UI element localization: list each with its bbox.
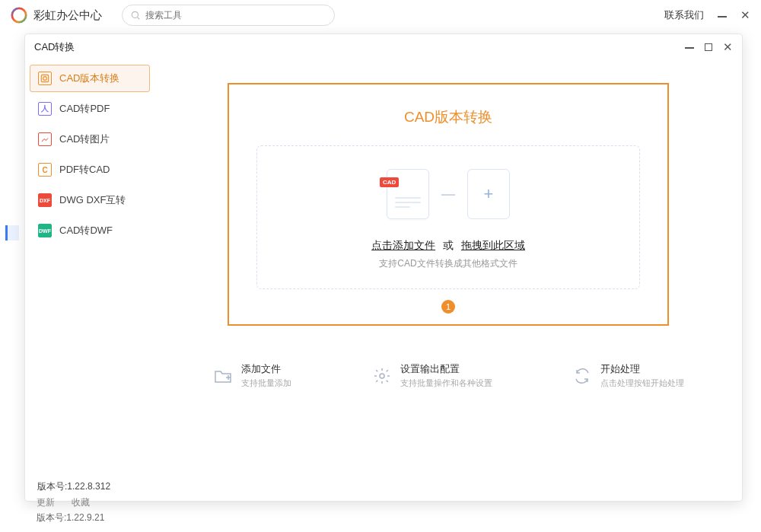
sidebar-item-dwg-dxf[interactable]: DXF DWG DXF互转: [30, 186, 150, 214]
background-selection-mark: [5, 225, 19, 241]
main-content: CAD版本转换 CAD — + 点击添加文件 或 拖拽到此区域: [154, 60, 742, 501]
dwf-icon: DWF: [38, 224, 52, 237]
action-sub: 点击处理按钮开始处理: [600, 377, 684, 389]
svg-line-2: [138, 18, 140, 20]
svg-point-1: [132, 11, 138, 18]
minimize-button[interactable]: [718, 9, 727, 22]
panel-heading: CAD版本转换: [256, 107, 640, 127]
rainbow-logo-icon: [11, 7, 27, 24]
sidebar-item-label: CAD版本转换: [59, 72, 119, 85]
background-tabs: 更新 收藏: [37, 496, 90, 509]
action-sub: 支持批量添加: [241, 377, 291, 389]
sidebar-item-label: CAD转图片: [59, 132, 110, 146]
background-version-label: 版本号:1.22.9.21: [37, 511, 104, 524]
or-text: 或: [443, 239, 454, 251]
sidebar-item-pdf-to-cad[interactable]: C PDF转CAD: [30, 156, 150, 183]
sidebar-item-label: PDF转CAD: [59, 163, 110, 177]
cad-version-icon: [38, 72, 52, 85]
click-add-text: 点击添加文件: [371, 239, 435, 251]
svg-point-0: [12, 8, 26, 22]
add-file-icon: [212, 366, 234, 386]
action-title: 添加文件: [241, 362, 291, 376]
svg-point-4: [43, 77, 47, 81]
dropzone-subtext: 支持CAD文件转换成其他格式文件: [272, 257, 624, 270]
cad-badge: CAD: [380, 177, 399, 187]
dialog-version-label: 版本号:1.22.8.312: [37, 480, 110, 493]
app-title: 彩虹办公中心: [33, 8, 102, 23]
dropzone-instruction: 点击添加文件 或 拖拽到此区域: [272, 239, 624, 253]
app-header: 彩虹办公中心 联系我们 ✕: [0, 0, 761, 30]
tab-update[interactable]: 更新: [37, 496, 55, 509]
dropzone-graphic: CAD — +: [272, 169, 624, 219]
target-file-plus-icon: +: [467, 169, 510, 219]
image-icon: [38, 132, 52, 146]
sidebar-item-label: DWG DXF互转: [59, 193, 126, 207]
action-title: 设置输出配置: [400, 362, 492, 376]
action-add-file[interactable]: 添加文件 支持批量添加: [212, 362, 291, 389]
step-number-badge: 1: [441, 300, 455, 314]
svg-rect-3: [41, 75, 48, 81]
sidebar-item-cad-to-image[interactable]: CAD转图片: [30, 126, 150, 153]
close-button[interactable]: ✕: [740, 11, 750, 19]
dialog-header: CAD转换 ✕: [25, 34, 742, 60]
dialog-title: CAD转换: [34, 40, 685, 54]
dialog-maximize-button[interactable]: [705, 42, 712, 53]
action-steps-row: 添加文件 支持批量添加 设置输出配置 支持批量操作和各种设置: [182, 362, 715, 389]
pdf-icon: 人: [38, 102, 52, 116]
tab-favorite[interactable]: 收藏: [72, 496, 90, 509]
action-output-config[interactable]: 设置输出配置 支持批量操作和各种设置: [371, 362, 492, 389]
svg-point-7: [380, 374, 384, 378]
sidebar-item-label: CAD转PDF: [59, 102, 110, 116]
document-c-icon: C: [38, 163, 52, 177]
dxf-icon: DXF: [38, 193, 52, 207]
gear-icon: [371, 366, 393, 386]
arrow-icon: —: [441, 186, 455, 202]
sidebar-item-cad-version[interactable]: CAD版本转换: [30, 65, 150, 92]
action-start-process[interactable]: 开始处理 点击处理按钮开始处理: [572, 362, 684, 389]
cad-convert-dialog: CAD转换 ✕ CAD版本转换 人 CAD转PDF CAD: [24, 33, 743, 502]
app-logo: 彩虹办公中心: [11, 7, 102, 24]
contact-link[interactable]: 联系我们: [664, 8, 704, 22]
conversion-panel: CAD版本转换 CAD — + 点击添加文件 或 拖拽到此区域: [228, 83, 669, 326]
search-input[interactable]: [145, 10, 326, 21]
action-sub: 支持批量操作和各种设置: [400, 377, 492, 389]
dialog-minimize-button[interactable]: [685, 42, 694, 53]
dialog-close-button[interactable]: ✕: [723, 43, 733, 51]
file-dropzone[interactable]: CAD — + 点击添加文件 或 拖拽到此区域 支持CAD文件转换成其他格式文件: [256, 145, 640, 289]
action-title: 开始处理: [600, 362, 684, 376]
refresh-icon: [572, 366, 593, 386]
search-icon: [130, 10, 141, 21]
search-bar[interactable]: [122, 5, 335, 26]
drag-text: 拖拽到此区域: [461, 239, 525, 251]
header-actions: 联系我们 ✕: [664, 8, 750, 22]
source-file-icon: CAD: [387, 169, 429, 219]
sidebar-item-cad-to-dwf[interactable]: DWF CAD转DWF: [30, 217, 150, 244]
sidebar-item-cad-to-pdf[interactable]: 人 CAD转PDF: [30, 95, 150, 123]
sidebar-item-label: CAD转DWF: [59, 224, 113, 237]
sidebar: CAD版本转换 人 CAD转PDF CAD转图片 C PDF转CAD DXF D…: [25, 60, 154, 501]
